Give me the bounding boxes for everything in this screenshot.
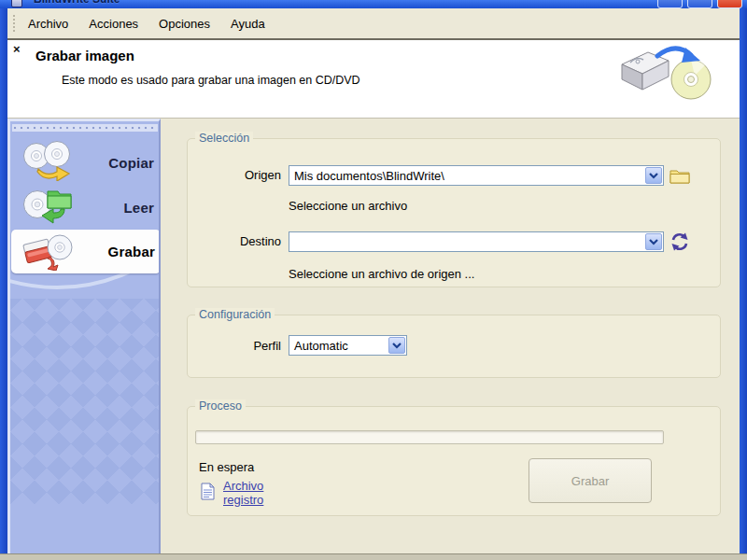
- menu-acciones[interactable]: Acciones: [81, 14, 146, 34]
- origin-label: Origen: [188, 168, 281, 182]
- window-border-left: [0, 0, 7, 554]
- origin-value: Mis documentos\BlindWrite\: [289, 169, 644, 183]
- profile-label: Perfil: [188, 339, 281, 353]
- log-link-line2: registro: [223, 493, 263, 507]
- menu-ayuda[interactable]: Ayuda: [223, 14, 273, 34]
- destination-label: Destino: [188, 234, 281, 248]
- disk-to-cd-icon: [614, 42, 717, 105]
- read-disc-icon: [21, 185, 76, 230]
- title-bar[interactable]: BlindWrite Suite: [0, 0, 747, 8]
- close-button[interactable]: [717, 0, 742, 8]
- progress-bar: [195, 430, 664, 444]
- log-file-icon: [201, 483, 215, 504]
- sidebar-dotted-edge: [12, 124, 158, 132]
- profile-combobox[interactable]: Automatic: [289, 335, 407, 356]
- log-link-line1: Archivo: [223, 479, 263, 493]
- mode-sidebar: Copiar Leer: [7, 119, 161, 553]
- menu-opciones[interactable]: Opciones: [151, 14, 218, 34]
- sidebar-item-label: Grabar: [108, 244, 155, 259]
- sidebar-item-grabar[interactable]: Grabar: [11, 230, 161, 273]
- profile-value: Automatic: [289, 339, 388, 353]
- destination-combobox[interactable]: [289, 231, 664, 252]
- menu-grip-handle[interactable]: [13, 15, 15, 32]
- status-text: En espera: [199, 460, 254, 474]
- refresh-button[interactable]: [668, 231, 692, 252]
- chevron-down-icon[interactable]: [388, 337, 405, 354]
- menu-bar: Archivo Acciones Opciones Ayuda: [7, 8, 740, 40]
- log-file-link[interactable]: Archivo registro: [223, 479, 263, 507]
- chevron-down-icon[interactable]: [645, 233, 662, 250]
- window-title: BlindWrite Suite: [34, 0, 120, 6]
- sidebar-item-label: Copiar: [108, 155, 154, 171]
- origin-hint: Seleccione un archivo: [289, 199, 407, 213]
- selection-legend: Selección: [195, 132, 253, 145]
- sidebar-item-label: Leer: [124, 200, 155, 216]
- app-icon: [11, 0, 22, 7]
- sidebar-item-copiar[interactable]: Copiar: [12, 141, 160, 184]
- configuration-legend: Configuración: [195, 308, 275, 321]
- page-title: Grabar imagen: [35, 48, 134, 63]
- selection-groupbox: Selección Origen Mis documentos\BlindWri…: [187, 138, 721, 287]
- window-border-bottom: [0, 553, 747, 560]
- refresh-icon: [669, 231, 690, 252]
- app-window: BlindWrite Suite Archivo Acciones Opcion…: [0, 0, 747, 560]
- origin-combobox[interactable]: Mis documentos\BlindWrite\: [289, 165, 664, 186]
- close-panel-icon[interactable]: ×: [13, 43, 21, 55]
- sidebar-item-leer[interactable]: Leer: [12, 186, 160, 229]
- copy-discs-icon: [21, 140, 76, 185]
- browse-folder-button[interactable]: [668, 165, 692, 186]
- page-header: × Grabar imagen Este modo es usado para …: [7, 40, 740, 119]
- process-legend: Proceso: [195, 399, 246, 413]
- destination-hint: Seleccione un archivo de origen ...: [289, 267, 474, 281]
- process-groupbox: Proceso En espera Archivo registro Graba…: [187, 406, 721, 516]
- folder-icon: [669, 167, 691, 185]
- maximize-button[interactable]: [687, 0, 712, 8]
- window-border-right: [740, 0, 747, 554]
- menu-archivo[interactable]: Archivo: [21, 14, 76, 34]
- chevron-down-icon[interactable]: [645, 167, 662, 184]
- sidebar-diamond-pattern: [10, 299, 161, 504]
- minimize-button[interactable]: [657, 0, 683, 8]
- page-subtitle: Este modo es usado para grabar una image…: [62, 74, 360, 87]
- burn-disc-icon: [21, 230, 75, 274]
- configuration-groupbox: Configuración Perfil Automatic: [187, 315, 721, 378]
- burn-button[interactable]: Grabar: [529, 458, 652, 503]
